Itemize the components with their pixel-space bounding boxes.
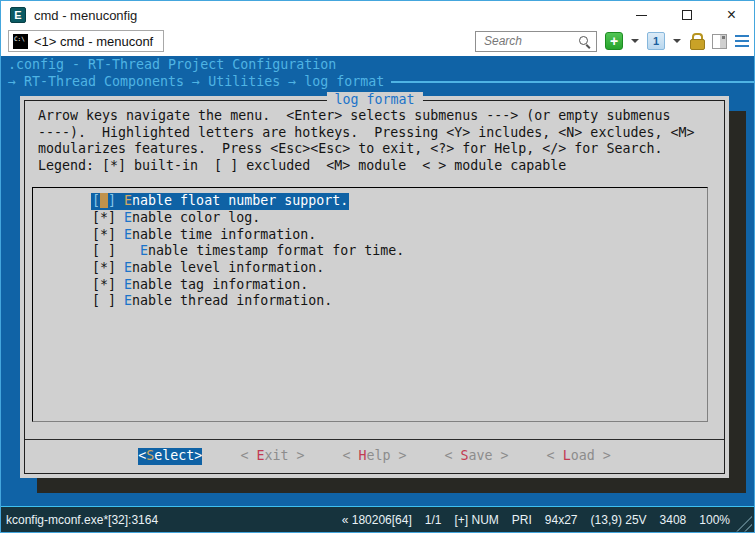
checkbox-close-bracket: ] xyxy=(108,227,116,242)
checkbox-close-bracket: ] xyxy=(108,260,116,275)
status-segments: « 180206[64]1/1[+] NUMPRI94x27(13,9) 25V… xyxy=(342,513,730,527)
window-controls: × xyxy=(619,1,754,29)
menu-item-content: [ ] Enable timestamp format for time. xyxy=(91,243,405,260)
checkbox-open-bracket: [ xyxy=(92,293,100,308)
close-button[interactable]: × xyxy=(709,1,754,29)
menu-item-content: [ ] Enable float number support. xyxy=(91,193,349,210)
checkbox-state: * xyxy=(100,277,108,292)
status-segment: PRI xyxy=(512,513,532,527)
menu-icon[interactable] xyxy=(735,35,749,48)
hotkey-letter: E xyxy=(124,293,132,308)
tab-cmd-menuconf[interactable]: C:\ <1> cmd - menuconf xyxy=(8,30,164,52)
title-bar: E cmd - menuconfig × xyxy=(1,1,754,29)
checkbox-open-bracket: [ xyxy=(92,227,100,242)
hotkey-letter: E xyxy=(124,260,132,275)
hotkey-letter: E xyxy=(140,243,148,258)
menu-list: [ ] Enable float number support.[*] Enab… xyxy=(32,187,708,422)
config-header: .config - RT-Thread Project Configuratio… xyxy=(8,57,754,74)
cmd-icon: C:\ xyxy=(13,34,28,49)
resize-grip-icon[interactable] xyxy=(736,516,752,532)
dialog-button-help[interactable]: < Help > xyxy=(342,448,406,465)
menu-item[interactable]: [ ] Enable float number support. xyxy=(91,193,707,210)
checkbox-close-bracket: ] xyxy=(108,277,116,292)
menu-item[interactable]: [*] Enable time information. xyxy=(91,227,707,244)
dialog-border: log format Arrow keys navigate the menu.… xyxy=(24,100,725,474)
menu-item[interactable]: [*] Enable level information. xyxy=(91,260,707,277)
status-segment: 3408 xyxy=(660,513,687,527)
conemu-logo-icon[interactable]: E xyxy=(10,7,26,23)
instruction-line: ----). Highlighted letters are hotkeys. … xyxy=(38,125,724,142)
maximize-button[interactable] xyxy=(664,1,709,29)
console-list-chevron-down-icon[interactable] xyxy=(673,39,681,43)
dialog-instructions: Arrow keys navigate the menu. <Enter> se… xyxy=(38,108,724,174)
menu-item-content: [*] Enable level information. xyxy=(91,260,325,277)
menu-item-content: [ ] Enable thread information. xyxy=(91,293,333,310)
minimize-icon xyxy=(636,15,647,16)
checkbox-state: * xyxy=(100,227,108,242)
menu-item-label: nable tag information. xyxy=(132,277,308,292)
new-console-button[interactable]: + xyxy=(605,32,623,50)
checkbox-state xyxy=(100,293,108,308)
status-segment: 100% xyxy=(699,513,730,527)
console-number-button[interactable]: 1 xyxy=(647,32,665,50)
hotkey-letter: E xyxy=(124,210,132,225)
checkbox-state xyxy=(100,193,108,208)
checkbox-open-bracket: [ xyxy=(92,210,100,225)
status-segment: [+] NUM xyxy=(454,513,498,527)
search-box[interactable] xyxy=(475,31,597,52)
dialog-button-save[interactable]: < Save > xyxy=(445,448,509,465)
breadcrumb-row: → RT-Thread Components → Utilities → log… xyxy=(8,74,754,91)
toolbar: + 1 xyxy=(475,31,749,52)
checkbox-state xyxy=(100,243,108,258)
checkbox-close-bracket: ] xyxy=(108,293,116,308)
lock-icon[interactable] xyxy=(689,33,704,49)
dialog-button-exit[interactable]: < Exit > xyxy=(240,448,304,465)
menu-item[interactable]: [ ] Enable timestamp format for time. xyxy=(91,243,707,260)
checkbox-close-bracket: ] xyxy=(108,193,116,208)
instruction-line: Arrow keys navigate the menu. <Enter> se… xyxy=(38,108,724,125)
hotkey-letter: E xyxy=(124,277,132,292)
terminal: .config - RT-Thread Project Configuratio… xyxy=(1,56,754,506)
close-icon: × xyxy=(727,10,736,20)
checkbox-close-bracket: ] xyxy=(108,210,116,225)
menu-item-label: nable color log. xyxy=(132,210,260,225)
menu-item-label: nable time information. xyxy=(132,227,316,242)
menu-item-label: nable timestamp format for time. xyxy=(148,243,404,258)
search-input[interactable] xyxy=(482,33,578,49)
dialog-footer: <Select>< Exit >< Help >< Save >< Load > xyxy=(25,439,724,473)
checkbox-open-bracket: [ xyxy=(92,243,100,258)
instruction-line: modularizes features. Press <Esc><Esc> t… xyxy=(38,141,724,158)
breadcrumb: → RT-Thread Components → Utilities → log… xyxy=(8,74,384,91)
menu-item[interactable]: [*] Enable tag information. xyxy=(91,277,707,294)
instruction-line: Legend: [*] built-in [ ] excluded <M> mo… xyxy=(38,158,724,175)
dialog-title: log format xyxy=(326,92,422,109)
new-console-chevron-down-icon[interactable] xyxy=(631,39,639,43)
dialog-button-load[interactable]: < Load > xyxy=(547,448,611,465)
window-title: cmd - menuconfig xyxy=(34,8,137,23)
hotkey-letter: E xyxy=(124,193,132,208)
status-segment: 94x27 xyxy=(545,513,578,527)
minimize-button[interactable] xyxy=(619,1,664,29)
hotkey-letter: E xyxy=(124,227,132,242)
menu-item-label: nable thread information. xyxy=(132,293,332,308)
checkbox-close-bracket: ] xyxy=(108,243,116,258)
status-segment: 1/1 xyxy=(425,513,442,527)
dialog-button-select[interactable]: <Select> xyxy=(138,448,202,465)
checkbox-open-bracket: [ xyxy=(92,277,100,292)
checkbox-state: * xyxy=(100,210,108,225)
menu-item[interactable]: [ ] Enable thread information. xyxy=(91,293,707,310)
menu-item[interactable]: [*] Enable color log. xyxy=(91,210,707,227)
menu-item-content: [*] Enable tag information. xyxy=(91,277,309,294)
tab-bar: C:\ <1> cmd - menuconf + 1 xyxy=(1,29,754,56)
view-panes-icon[interactable] xyxy=(712,34,727,49)
menu-item-content: [*] Enable color log. xyxy=(91,210,261,227)
tab-label: <1> cmd - menuconf xyxy=(34,34,153,49)
status-segment: « 180206[64] xyxy=(342,513,412,527)
checkbox-state: * xyxy=(100,260,108,275)
status-bar: kconfig-mconf.exe*[32]:3164 « 180206[64]… xyxy=(1,506,754,532)
breadcrumb-rule xyxy=(391,81,754,83)
status-process: kconfig-mconf.exe*[32]:3164 xyxy=(6,513,158,527)
checkbox-open-bracket: [ xyxy=(92,260,100,275)
menu-item-label: nable float number support. xyxy=(132,193,348,208)
conemu-window: E cmd - menuconfig × C:\ <1> cmd - menuc… xyxy=(0,0,755,533)
